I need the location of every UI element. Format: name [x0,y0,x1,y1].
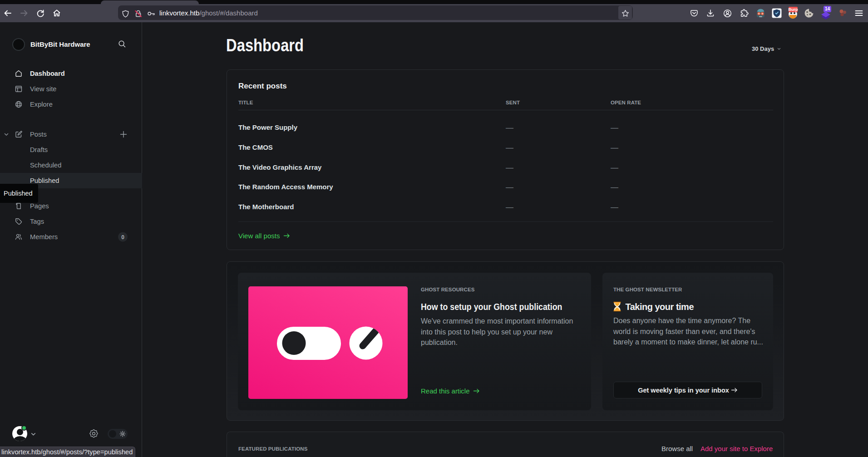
svg-text:Burp: Burp [789,7,798,12]
